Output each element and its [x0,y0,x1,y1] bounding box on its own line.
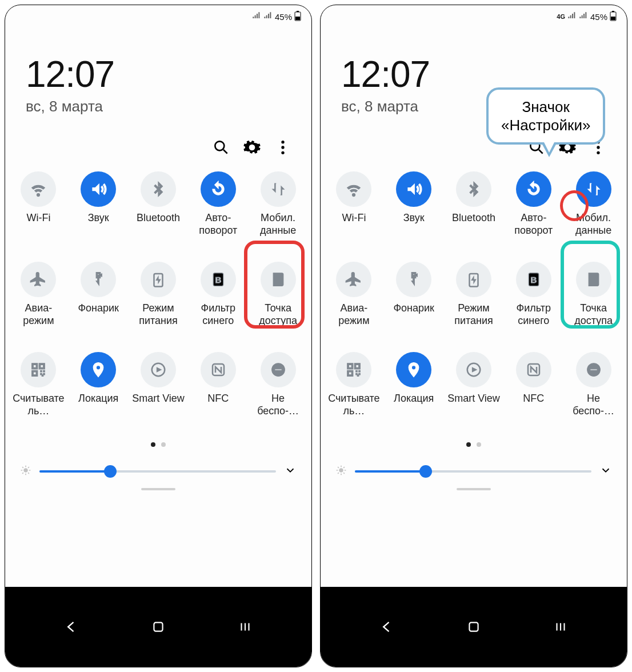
tile-label: NFC [207,392,229,405]
chevron-down-icon[interactable] [284,464,297,479]
tile-dnd[interactable]: Не беспо-… [248,349,308,438]
hotspot-icon [261,262,296,297]
tile-label: Авто-поворот [505,211,562,237]
nav-home[interactable] [147,615,170,638]
nav-recents[interactable] [234,615,257,638]
nfc-icon [201,352,236,387]
tile-label: Считыватель… [10,392,67,417]
tile-flashlight[interactable]: Фонарик [69,258,129,347]
sound-icon [81,171,116,207]
smartview-icon [141,352,176,387]
slider-track[interactable] [39,470,276,473]
tile-label: Мобил. данные [250,211,307,237]
tile-location[interactable]: Локация [384,349,444,438]
tile-rotate[interactable]: Авто-поворот [503,168,563,257]
mobiledata-icon [261,171,296,207]
svg-rect-13 [297,11,299,12]
airplane-icon [336,262,371,297]
tile-label: Фильтр синего [190,302,247,327]
tile-bluetooth[interactable]: Bluetooth [444,168,504,257]
tile-airplane[interactable]: Авиа-режим [9,258,69,347]
chevron-down-icon[interactable] [599,464,612,479]
clock-time: 12:07 [26,53,291,95]
tile-nfc[interactable]: NFC [188,349,248,438]
tile-label: Фонарик [78,302,119,314]
tile-label: Wi-Fi [26,211,50,224]
tile-dnd[interactable]: Не беспо-… [563,349,623,438]
tile-smartview[interactable]: Smart View [129,349,189,438]
phone-right: 4G 45% 12:07 вс, 8 марта Значок «Настрой… [320,5,627,667]
quick-tiles: Wi-FiЗвукBluetoothАвто-поворотМобил. дан… [5,162,311,438]
tile-mobiledata[interactable]: Мобил. данные [248,168,308,257]
tile-label: Не беспо-… [565,392,622,417]
smartview-icon [456,352,491,387]
tile-bluefilter[interactable]: Фильтр синего [188,258,248,347]
signal-icon [263,11,273,22]
panel-toolbar [5,121,311,162]
signal-icon [567,11,577,22]
tile-qr[interactable]: Считыватель… [9,349,69,438]
tile-label: Smart View [447,392,500,405]
tile-label: Режим питания [130,302,187,327]
nav-back[interactable] [60,615,83,638]
tile-nfc[interactable]: NFC [503,349,563,438]
slider-track[interactable] [355,470,591,473]
tile-label: Не беспо-… [250,392,307,417]
tile-label: Авто-поворот [190,211,247,237]
dnd-icon [261,352,296,387]
panel-handle[interactable] [321,486,627,495]
tile-sound[interactable]: Звук [69,168,129,257]
tile-label: Bluetooth [137,211,180,224]
bluefilter-icon [201,262,236,297]
location-icon [81,352,116,387]
brightness-icon [335,465,347,478]
tile-bluetooth[interactable]: Bluetooth [129,168,189,257]
svg-rect-19 [469,622,478,631]
panel-handle[interactable] [5,486,311,495]
tile-label: Точка доступа [565,302,622,327]
nav-back[interactable] [375,615,398,638]
brightness-slider[interactable] [321,457,627,486]
tile-wifi[interactable]: Wi-Fi [324,168,384,257]
quick-tiles: Wi-FiЗвукBluetoothАвто-поворотМобил. дан… [321,162,627,438]
nav-recents[interactable] [549,615,572,638]
tile-label: Считыватель… [325,392,382,417]
tile-power[interactable]: Режим питания [129,258,189,347]
tile-hotspot[interactable]: Точка доступа [563,258,623,347]
tile-rotate[interactable]: Авто-поворот [188,168,248,257]
callout-line1: Значок [501,98,590,116]
rotate-icon [201,171,236,207]
svg-rect-14 [295,17,300,20]
gear-icon[interactable] [243,138,261,157]
search-icon[interactable] [212,138,230,157]
tile-power[interactable]: Режим питания [444,258,504,347]
callout-line2: «Настройки» [501,116,590,134]
battery-pct: 45% [590,12,607,22]
tile-airplane[interactable]: Авиа-режим [324,258,384,347]
status-bar: 45% [5,5,311,28]
tile-label: Wi-Fi [342,211,366,224]
tile-flashlight[interactable]: Фонарик [384,258,444,347]
tile-label: Локация [394,392,434,405]
tile-qr[interactable]: Считыватель… [324,349,384,438]
nav-home[interactable] [462,615,485,638]
svg-rect-15 [154,622,162,631]
tile-mobiledata[interactable]: Мобил. данные [563,168,623,257]
tile-location[interactable]: Локация [69,349,129,438]
nfc-icon [516,352,551,387]
tile-wifi[interactable]: Wi-Fi [9,168,69,257]
tile-bluefilter[interactable]: Фильтр синего [503,258,563,347]
tile-sound[interactable]: Звук [384,168,444,257]
tile-smartview[interactable]: Smart View [444,349,504,438]
signal-icon [252,11,261,22]
tile-label: NFC [523,392,544,405]
rotate-icon [516,171,551,207]
tile-hotspot[interactable]: Точка доступа [248,258,308,347]
more-icon[interactable] [274,138,292,157]
wifi-icon [336,171,371,207]
tile-label: Bluetooth [452,211,495,224]
brightness-slider[interactable] [5,457,311,486]
signal-icon [579,11,588,22]
tile-label: Фонарик [393,302,434,314]
bluetooth-icon [456,171,491,207]
